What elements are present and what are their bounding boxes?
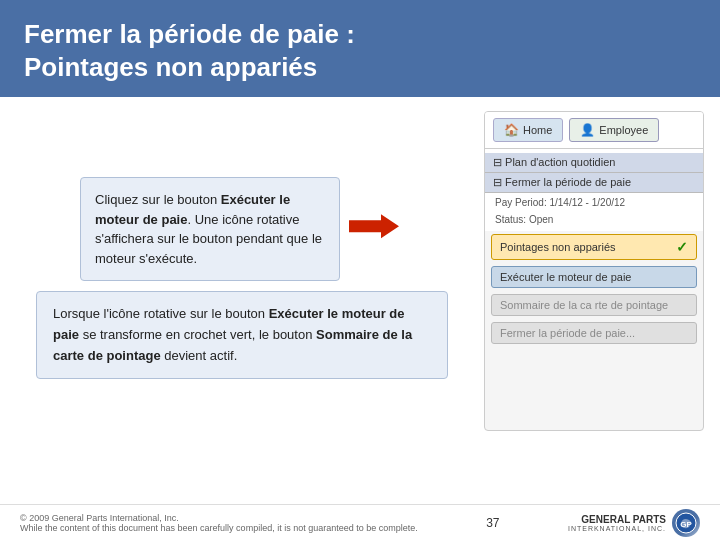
mockup-pay-period: Pay Period: 1/14/12 - 1/20/12 [485, 193, 703, 210]
page-header: Fermer la période de paie : Pointages no… [0, 0, 720, 97]
ui-mockup: 🏠 Home 👤 Employee ⊟ Plan d'action quotid… [484, 111, 704, 431]
mockup-employee-button[interactable]: 👤 Employee [569, 118, 659, 142]
employee-icon: 👤 [580, 123, 595, 137]
svg-text:GP: GP [680, 520, 692, 529]
page-title: Fermer la période de paie : Pointages no… [24, 18, 696, 83]
page-footer: © 2009 General Parts International, Inc.… [0, 504, 720, 540]
logo-text: GENERAL PARTS [568, 514, 666, 525]
mockup-home-button[interactable]: 🏠 Home [493, 118, 563, 142]
logo-subtext: INTERKNATIONAL, INC. [568, 525, 666, 532]
svg-marker-0 [349, 214, 399, 238]
mockup-btn-pointages[interactable]: Pointages non appariés ✓ [491, 234, 697, 260]
check-icon: ✓ [676, 239, 688, 255]
mockup-navbar: 🏠 Home 👤 Employee [485, 112, 703, 149]
main-content: Cliquez sur le bouton Exécuter le moteur… [0, 97, 720, 527]
logo-circle: GP [672, 509, 700, 537]
mockup-menu-section-1: ⊟ Plan d'action quotidien [485, 153, 703, 173]
mockup-btn-sommaire: Sommaire de la ca rte de pointage [491, 294, 697, 316]
page-number: 37 [486, 516, 499, 530]
bottom-callout: Lorsque l'icône rotative sur le bouton E… [36, 291, 448, 379]
arrow-icon [349, 212, 399, 246]
left-content: Cliquez sur le bouton Exécuter le moteur… [0, 97, 484, 527]
mockup-status: Status: Open [485, 210, 703, 227]
mockup-btn-fermer: Fermer la période de paie... [491, 322, 697, 344]
mockup-menu: ⊟ Plan d'action quotidien ⊟ Fermer la pé… [485, 149, 703, 231]
home-icon: 🏠 [504, 123, 519, 137]
footer-logo: GENERAL PARTS INTERKNATIONAL, INC. GP [568, 509, 700, 537]
footer-copyright: © 2009 General Parts International, Inc.… [20, 513, 418, 533]
mockup-btn-executer[interactable]: Exécuter le moteur de paie [491, 266, 697, 288]
mockup-menu-section-2: ⊟ Fermer la période de paie [485, 173, 703, 193]
callout-box: Cliquez sur le bouton Exécuter le moteur… [80, 177, 340, 281]
